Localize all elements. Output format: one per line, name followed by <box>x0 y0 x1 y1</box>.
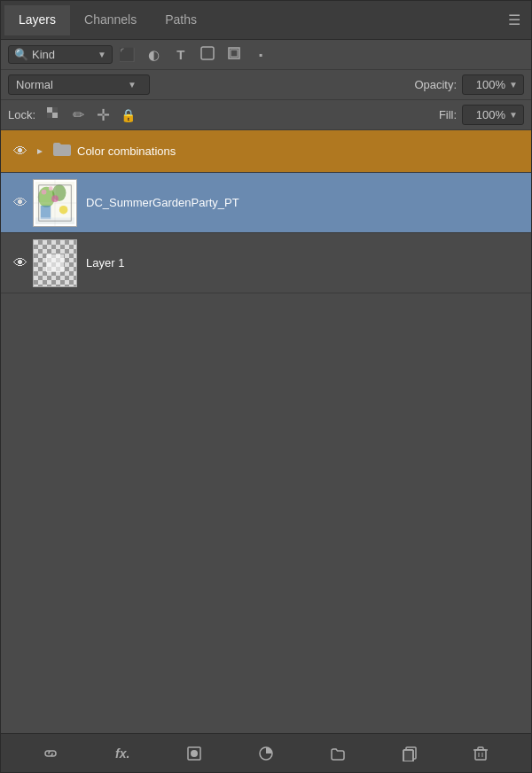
svg-point-14 <box>49 186 53 191</box>
svg-rect-6 <box>47 113 52 118</box>
type-filter-icon[interactable]: T <box>171 47 191 62</box>
tab-bar: Layers Channels Paths ☰ <box>1 1 531 40</box>
layer-dc-summer-name: DC_SummerGardenParty_PT <box>86 196 524 209</box>
eye-icon-group[interactable]: 👁 <box>13 144 27 160</box>
layers-panel: Layers Channels Paths ☰ 🔍 Kind Name Effe… <box>0 0 532 773</box>
add-adjustment-button[interactable] <box>252 739 280 768</box>
thumbnail-layer1 <box>33 239 77 287</box>
panel-menu-button[interactable]: ☰ <box>501 8 528 32</box>
filter-row: 🔍 Kind Name Effect Mode ▼ ⬛ ◐ T <box>1 40 531 70</box>
search-icon: 🔍 <box>14 48 28 61</box>
lock-label: Lock: <box>8 108 35 121</box>
layers-list: 👁 Color combinations 👁 <box>1 130 531 733</box>
delete-layer-button[interactable] <box>466 739 495 768</box>
add-mask-button[interactable] <box>180 739 208 768</box>
fill-input[interactable] <box>468 108 505 121</box>
fill-dropdown-arrow[interactable]: ▼ <box>509 110 518 120</box>
visibility-toggle-dc[interactable]: 👁 <box>8 195 33 211</box>
fx-label: fx. <box>115 746 129 761</box>
fill-wrap: Fill: ▼ <box>439 105 524 125</box>
svg-rect-0 <box>201 47 214 59</box>
thumbnail-dc-summer <box>33 179 77 227</box>
visibility-toggle-layer1[interactable]: 👁 <box>8 255 33 271</box>
pixel-filter-icon[interactable]: ⬛ <box>118 47 137 63</box>
svg-rect-2 <box>231 50 238 57</box>
svg-point-23 <box>191 750 198 757</box>
adjust-filter-icon[interactable]: ◐ <box>145 47 164 63</box>
svg-rect-5 <box>52 107 58 113</box>
layer-group-color-combinations[interactable]: 👁 Color combinations <box>1 130 531 173</box>
layer-effects-button[interactable]: fx. <box>108 739 137 768</box>
opacity-label: Opacity: <box>414 78 457 91</box>
svg-rect-21 <box>46 254 64 272</box>
opacity-input[interactable] <box>468 78 505 91</box>
fill-label: Fill: <box>439 108 457 121</box>
svg-marker-7 <box>37 149 43 154</box>
visibility-toggle-group[interactable]: 👁 <box>8 144 33 160</box>
svg-rect-28 <box>475 750 486 760</box>
svg-rect-15 <box>41 205 51 218</box>
layer-1-name: Layer 1 <box>86 256 524 269</box>
blend-mode-select[interactable]: Normal Multiply Screen Overlay <box>16 78 122 91</box>
video-filter-icon[interactable]: ▪ <box>251 49 270 61</box>
lock-icons-group: ✏ ✛ 🔒 <box>44 105 137 125</box>
layer-item-dc-summer[interactable]: 👁 <box>1 173 531 233</box>
blend-dropdown-arrow: ▼ <box>128 80 137 90</box>
filter-icons: ⬛ ◐ T ▪ <box>118 46 270 63</box>
kind-dropdown-arrow: ▼ <box>98 50 106 59</box>
new-group-button[interactable] <box>324 739 352 768</box>
svg-point-12 <box>42 189 47 194</box>
blend-mode-wrap[interactable]: Normal Multiply Screen Overlay ▼ <box>8 74 150 95</box>
kind-select[interactable]: Kind Name Effect Mode <box>32 48 94 61</box>
smart-filter-icon[interactable] <box>224 46 244 63</box>
lock-all-icon[interactable]: 🔒 <box>119 108 137 122</box>
eye-icon-layer1[interactable]: 👁 <box>13 255 27 271</box>
layer-group-name: Color combinations <box>77 144 524 158</box>
shape-filter-icon[interactable] <box>198 46 217 63</box>
blend-row: Normal Multiply Screen Overlay ▼ Opacity… <box>1 70 531 100</box>
bottom-toolbar: fx. <box>1 733 531 772</box>
fill-input-wrap[interactable]: ▼ <box>462 105 524 125</box>
tab-paths[interactable]: Paths <box>151 5 211 35</box>
link-layers-button[interactable] <box>36 739 65 768</box>
lock-row: Lock: ✏ ✛ 🔒 Fill: ▼ <box>1 100 531 130</box>
tab-layers[interactable]: Layers <box>4 5 70 35</box>
svg-rect-3 <box>47 107 52 113</box>
opacity-wrap: Opacity: ▼ <box>414 74 524 95</box>
tab-channels[interactable]: Channels <box>70 5 151 35</box>
new-layer-button[interactable] <box>395 739 424 768</box>
svg-rect-26 <box>403 750 413 761</box>
folder-icon-group <box>52 141 72 161</box>
svg-point-16 <box>59 205 68 214</box>
expand-arrow-group[interactable] <box>33 147 47 156</box>
layer-item-1[interactable]: 👁 Layer 1 <box>1 233 531 293</box>
svg-rect-4 <box>52 113 58 118</box>
opacity-dropdown-arrow[interactable]: ▼ <box>509 80 518 90</box>
lock-paint-icon[interactable]: ✏ <box>69 106 87 123</box>
opacity-input-wrap[interactable]: ▼ <box>462 74 524 95</box>
kind-filter-wrap[interactable]: 🔍 Kind Name Effect Mode ▼ <box>8 45 113 64</box>
lock-move-icon[interactable]: ✛ <box>94 105 112 125</box>
eye-icon-dc[interactable]: 👁 <box>13 195 27 211</box>
lock-pixels-icon[interactable] <box>44 106 62 123</box>
